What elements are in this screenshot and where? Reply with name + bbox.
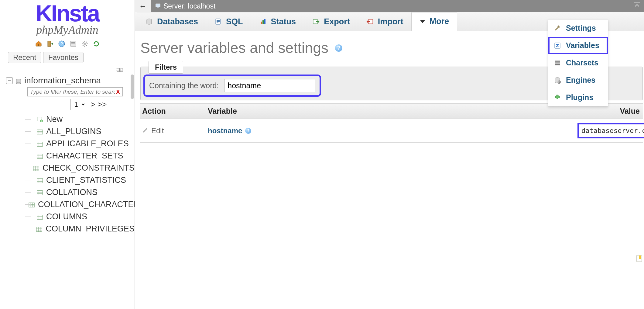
tree-filter[interactable]: X bbox=[27, 87, 123, 96]
menu-status[interactable]: Status bbox=[251, 12, 304, 31]
tree-connector-icon bbox=[25, 114, 33, 124]
tab-favorites[interactable]: Favorites bbox=[43, 52, 84, 63]
pencil-icon bbox=[142, 127, 148, 135]
table-name: COLLATIONS bbox=[46, 188, 98, 197]
dd-label: Plugins bbox=[566, 93, 593, 102]
tree-filter-input[interactable] bbox=[29, 88, 115, 95]
dd-label: Settings bbox=[566, 24, 596, 33]
logout-icon[interactable] bbox=[46, 40, 54, 47]
chain-link-icon[interactable]: ⧉⧉ bbox=[116, 66, 122, 73]
db-row[interactable]: − information_schema bbox=[6, 76, 135, 85]
table-row[interactable]: CHARACTER_SETS bbox=[25, 150, 135, 162]
expander-minus-icon[interactable]: − bbox=[6, 77, 13, 84]
brand-sub: phpMyAdmin bbox=[6, 23, 128, 36]
table-icon bbox=[33, 165, 39, 171]
server-icon bbox=[155, 2, 161, 10]
help-icon[interactable]: ? bbox=[245, 128, 251, 134]
topbar: ← Server: localhost bbox=[135, 0, 644, 12]
menu-import[interactable]: Import bbox=[358, 12, 412, 31]
back-button[interactable]: ← bbox=[135, 0, 151, 12]
table-list: + New ALL_PLUGINS APPLICABLE_ROLES CHARA… bbox=[25, 113, 135, 235]
clear-filter-icon[interactable]: X bbox=[115, 89, 121, 95]
server-label-text: Server: localhost bbox=[163, 2, 215, 10]
chevron-down-icon bbox=[420, 20, 425, 23]
tree-connector-icon bbox=[25, 151, 33, 161]
svg-line-12 bbox=[83, 42, 84, 43]
help-icon[interactable]: ? bbox=[335, 44, 342, 52]
svg-point-85 bbox=[559, 82, 560, 83]
reload-icon[interactable] bbox=[93, 40, 100, 47]
table-icon bbox=[36, 177, 43, 183]
page-select[interactable]: 1 bbox=[70, 99, 86, 110]
tree-connector-icon bbox=[25, 211, 33, 222]
table-name: COLUMNS bbox=[46, 212, 87, 221]
table-row[interactable]: COLLATIONS bbox=[25, 186, 135, 198]
query-window-icon[interactable] bbox=[70, 40, 77, 47]
table-icon bbox=[36, 213, 43, 220]
nav-tree: − information_schema X 1 > >> + bbox=[0, 75, 135, 309]
bookmark-icon[interactable] bbox=[636, 255, 642, 262]
charsets-icon bbox=[554, 59, 561, 67]
filter-input[interactable] bbox=[224, 79, 315, 92]
table-row[interactable]: COLLATION_CHARACTER_ bbox=[25, 198, 135, 210]
table-row[interactable]: CLIENT_STATISTICS bbox=[25, 174, 135, 186]
home-icon[interactable] bbox=[35, 40, 42, 47]
tree-pager: 1 > >> bbox=[43, 99, 135, 110]
engines-icon bbox=[554, 77, 561, 84]
value-text: databaseserver.com bbox=[580, 125, 644, 136]
table-name: COLLATION_CHARACTER_ bbox=[38, 200, 135, 209]
dd-charsets[interactable]: Charsets bbox=[548, 54, 608, 71]
filter-label: Containing the word: bbox=[149, 81, 219, 90]
edit-action[interactable]: Edit bbox=[140, 123, 206, 138]
table-row[interactable]: APPLICABLE_ROLES bbox=[25, 137, 135, 150]
svg-rect-66 bbox=[156, 4, 160, 7]
gear-icon[interactable] bbox=[81, 40, 88, 47]
svg-rect-46 bbox=[37, 191, 43, 195]
dd-plugins[interactable]: Plugins bbox=[548, 89, 608, 106]
pager-next[interactable]: > >> bbox=[91, 100, 107, 109]
tree-connector-icon bbox=[25, 187, 33, 197]
collapse-icon[interactable] bbox=[633, 1, 641, 11]
dd-engines[interactable]: Engines bbox=[548, 71, 608, 89]
table-icon bbox=[36, 140, 43, 147]
svg-rect-75 bbox=[262, 20, 264, 24]
tree-connector-icon bbox=[25, 175, 33, 185]
logo-block: KInsta phpMyAdmin bbox=[0, 0, 135, 36]
filter-row: Containing the word: bbox=[146, 77, 318, 94]
table-name: APPLICABLE_ROLES bbox=[46, 139, 129, 148]
table-icon bbox=[36, 128, 43, 135]
menu-export[interactable]: Export bbox=[304, 12, 358, 31]
table-row[interactable]: COLUMNS bbox=[25, 210, 135, 223]
tab-recent[interactable]: Recent bbox=[8, 52, 41, 63]
docs-help-icon[interactable]: ? bbox=[58, 40, 65, 47]
svg-rect-26 bbox=[37, 142, 43, 147]
menu-sql[interactable]: SQL bbox=[206, 12, 251, 31]
menu-databases[interactable]: Databases bbox=[137, 12, 206, 31]
dd-settings[interactable]: Settings bbox=[548, 19, 608, 37]
menu-more[interactable]: More bbox=[412, 12, 457, 31]
sidebar-tabs: Recent Favorites bbox=[0, 50, 135, 65]
dd-label: Engines bbox=[566, 76, 595, 85]
dd-variables[interactable]: Variables bbox=[548, 37, 608, 54]
table-row[interactable]: ALL_PLUGINS bbox=[25, 125, 135, 137]
tree-connector-icon bbox=[25, 163, 30, 173]
export-icon bbox=[312, 18, 320, 25]
svg-rect-71 bbox=[217, 20, 220, 21]
svg-rect-6 bbox=[71, 43, 75, 44]
tree-scrollbar[interactable] bbox=[131, 75, 134, 99]
result-row: Edit hostname ? databaseserver.com bbox=[140, 119, 643, 143]
breadcrumb[interactable]: Server: localhost bbox=[151, 2, 215, 10]
menu-label: Export bbox=[324, 17, 350, 26]
variable-link[interactable]: hostname bbox=[208, 127, 242, 135]
menu-label: Databases bbox=[157, 17, 198, 26]
svg-rect-56 bbox=[37, 215, 43, 220]
new-table-row[interactable]: + New bbox=[25, 113, 135, 125]
table-row[interactable]: COLUMN_PRIVILEGES bbox=[25, 223, 135, 235]
tree-connector-icon bbox=[25, 199, 25, 210]
menu-label: Status bbox=[271, 17, 296, 26]
table-icon bbox=[36, 225, 43, 232]
svg-point-7 bbox=[84, 43, 86, 45]
svg-rect-72 bbox=[217, 21, 220, 22]
menu-label: More bbox=[430, 17, 449, 26]
table-row[interactable]: CHECK_CONSTRAINTS bbox=[25, 162, 135, 174]
